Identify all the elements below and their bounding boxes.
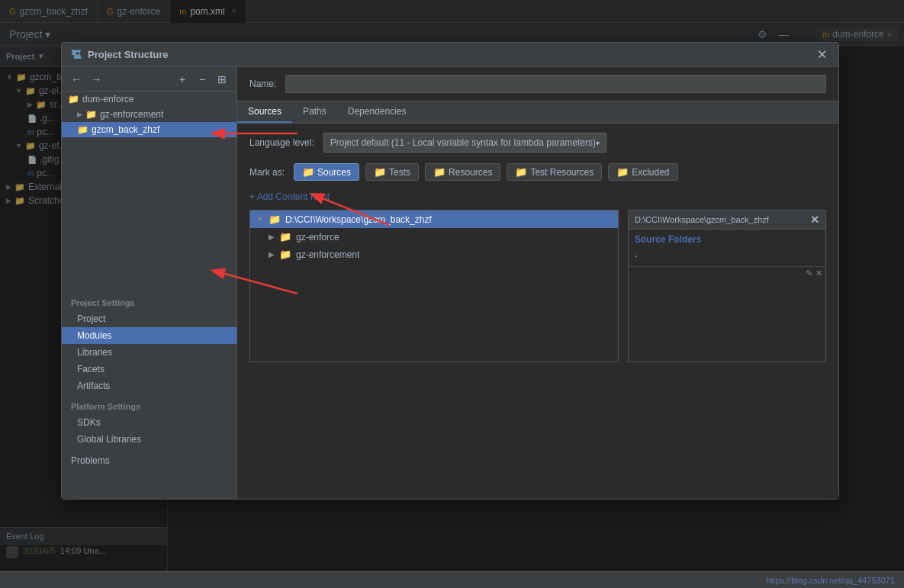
dialog-body: ← → + − ⊞ 📁 dum-enforce ▶ 📁 — [62, 67, 838, 499]
source-panel-header: D:\CCI\Workspace\gzcm_back_zhzf ✕ — [629, 210, 825, 230]
source-panel-body: Source Folders · — [629, 230, 825, 266]
name-label: Name: — [249, 79, 276, 89]
content-root-tree: ▼ 📁 D:\CCI\Workspace\gzcm_back_zhzf ▶ 📁 … — [249, 210, 619, 362]
content-root-section: ▼ 📁 D:\CCI\Workspace\gzcm_back_zhzf ▶ 📁 … — [249, 210, 826, 362]
nav-problems[interactable]: Problems — [62, 448, 236, 469]
dialog-left-nav: Project Settings Project Modules Librari… — [62, 289, 236, 499]
add-module-button[interactable]: + — [174, 71, 191, 88]
name-input[interactable] — [285, 75, 826, 93]
tree-gz-enforce-item[interactable]: ▶ 📁 gz-enforce — [250, 228, 618, 246]
mark-as-label: Mark as: — [249, 167, 285, 178]
forward-button[interactable]: → — [88, 71, 105, 88]
mark-as-row: Mark as: 📁 Sources 📁 Tests 📁 Resources — [249, 163, 826, 181]
mark-resources-button[interactable]: 📁 Resources — [425, 163, 500, 181]
tree-root-item[interactable]: ▼ 📁 D:\CCI\Workspace\gzcm_back_zhzf — [250, 210, 618, 228]
expand-arrow-icon: ▶ — [269, 233, 275, 241]
tab-content: Language level: Project default (11 - Lo… — [237, 124, 838, 499]
module-folder-icon: 📁 — [68, 94, 79, 104]
tab-dependencies[interactable]: Dependencies — [337, 101, 417, 123]
module-item-dum-enforce[interactable]: 📁 dum-enforce — [62, 92, 236, 107]
platform-settings-label: Platform Settings — [62, 394, 236, 414]
excluded-folder-icon: 📁 — [616, 166, 629, 178]
language-level-select[interactable]: Project default (11 - Local variable syn… — [323, 133, 606, 153]
tab-sources[interactable]: Sources — [237, 101, 292, 123]
dialog-close-button[interactable]: ✕ — [814, 47, 829, 63]
module-tree-toolbar: ← → + − ⊞ — [62, 67, 236, 92]
mark-sources-button[interactable]: 📁 Sources — [294, 163, 359, 181]
source-panel-close-button[interactable]: ✕ — [810, 214, 819, 226]
module-item-gzcm-back[interactable]: 📁 gzcm_back_zhzf — [62, 122, 236, 137]
module-item-gz-enforcement[interactable]: ▶ 📁 gz-enforcement — [62, 107, 236, 122]
test-resources-folder-icon: 📁 — [515, 166, 527, 178]
nav-libraries[interactable]: Libraries — [62, 344, 236, 361]
nav-artifacts[interactable]: Artifacts — [62, 378, 236, 394]
project-settings-label: Project Settings — [62, 295, 236, 310]
sources-folder-icon: 📁 — [302, 166, 314, 178]
language-level-label: Language level: — [249, 137, 314, 148]
language-level-row: Language level: Project default (11 - Lo… — [249, 133, 826, 153]
module-tree: 📁 dum-enforce ▶ 📁 gz-enforcement 📁 gzcm_… — [62, 92, 236, 289]
dialog-content-tabs: Sources Paths Dependencies — [237, 101, 838, 124]
select-arrow-icon: ▾ — [596, 139, 600, 147]
dialog-left-panel: ← → + − ⊞ 📁 dum-enforce ▶ 📁 — [62, 67, 237, 499]
status-bar: https://blog.csdn.net/qq_44753071 — [0, 571, 904, 588]
mark-tests-button[interactable]: 📁 Tests — [365, 163, 419, 181]
nav-global-libraries[interactable]: Global Libraries — [62, 431, 236, 448]
expand-arrow-icon: ▶ — [269, 250, 275, 259]
dialog-icon: 🏗 — [71, 49, 82, 61]
source-folders-title: Source Folders — [635, 234, 819, 245]
mark-test-resources-button[interactable]: 📁 Test Resources — [507, 163, 602, 181]
tree-gz-enforcement-item[interactable]: ▶ 📁 gz-enforcement — [250, 246, 618, 263]
module-folder-icon: 📁 — [85, 109, 97, 120]
add-content-root-button[interactable]: + Add Content Root — [249, 191, 826, 202]
module-folder-icon: 📁 — [77, 124, 88, 135]
nav-sdks[interactable]: SDKs — [62, 414, 236, 431]
copy-module-button[interactable]: ⊞ — [214, 71, 230, 88]
dialog-right-panel: Name: Sources Paths Dependencies Languag… — [237, 67, 838, 499]
arrow-right-icon: ▶ — [77, 111, 82, 118]
dialog-titlebar: 🏗 Project Structure ✕ — [62, 43, 838, 67]
nav-project[interactable]: Project — [62, 310, 236, 327]
root-folder-icon: 📁 — [269, 214, 281, 225]
source-panel-rename-button[interactable]: ✎ — [806, 268, 812, 278]
remove-module-button[interactable]: − — [194, 71, 211, 88]
folder-icon: 📁 — [279, 249, 291, 260]
folder-icon: 📁 — [279, 231, 291, 243]
source-panel-delete-button[interactable]: ✕ — [816, 268, 822, 278]
tests-folder-icon: 📁 — [374, 166, 386, 178]
dialog-title: 🏗 Project Structure — [71, 49, 168, 61]
dialog-overlay: 🏗 Project Structure ✕ ← → + − ⊞ — [0, 0, 904, 588]
name-row: Name: — [237, 67, 838, 101]
expand-arrow-icon: ▼ — [256, 215, 264, 223]
source-panel-toolbar: ✎ ✕ — [629, 266, 825, 280]
nav-modules[interactable]: Modules — [62, 327, 236, 344]
resources-folder-icon: 📁 — [433, 166, 446, 178]
source-folders-panel: D:\CCI\Workspace\gzcm_back_zhzf ✕ Source… — [628, 210, 826, 362]
nav-facets[interactable]: Facets — [62, 361, 236, 378]
tab-paths[interactable]: Paths — [292, 101, 337, 123]
project-structure-dialog: 🏗 Project Structure ✕ ← → + − ⊞ — [61, 42, 839, 500]
back-button[interactable]: ← — [68, 71, 85, 88]
mark-excluded-button[interactable]: 📁 Excluded — [608, 163, 677, 181]
source-panel-dot: · — [635, 249, 819, 262]
status-link[interactable]: https://blog.csdn.net/qq_44753071 — [766, 576, 895, 585]
